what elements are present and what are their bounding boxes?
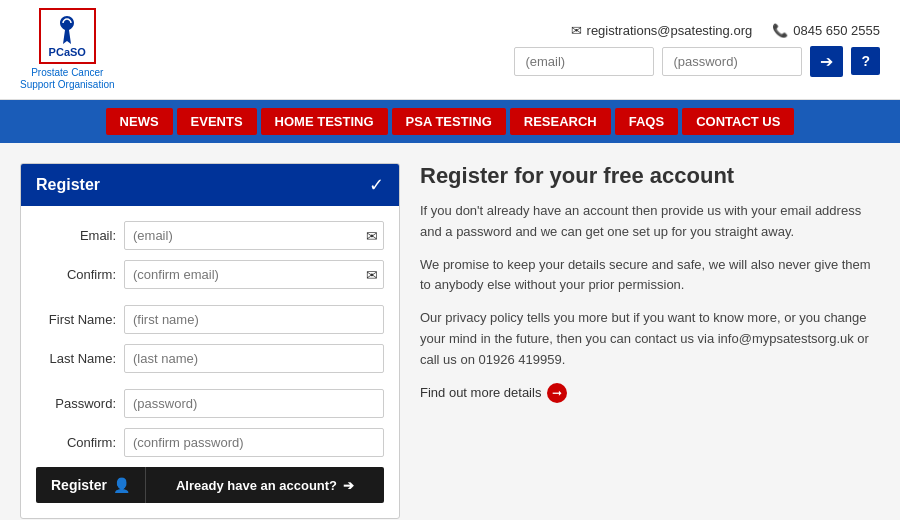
header-help-button[interactable]: ? (851, 47, 880, 75)
last-name-row: Last Name: (36, 344, 384, 373)
nav-faqs[interactable]: FAQS (615, 108, 678, 135)
site-header: PCaSO Prostate Cancer Support Organisati… (0, 0, 900, 100)
password-row: Password: (36, 389, 384, 418)
first-name-label: First Name: (36, 312, 116, 327)
first-name-row: First Name: (36, 305, 384, 334)
info-para3: Our privacy policy tells you more but if… (420, 308, 880, 370)
contact-info: ✉ registrations@psatesting.org 📞 0845 65… (571, 23, 880, 38)
email-input-wrap: ✉ (124, 221, 384, 250)
first-name-input-wrap (124, 305, 384, 334)
confirm-password-row: Confirm: (36, 428, 384, 457)
ribbon-icon (53, 14, 81, 46)
logo-box: PCaSO (39, 8, 96, 64)
email-label: Email: (36, 228, 116, 243)
info-para2: We promise to keep your details secure a… (420, 255, 880, 297)
last-name-input-wrap (124, 344, 384, 373)
email-field-icon: ✉ (366, 228, 378, 244)
header-login: ➔ ? (514, 46, 880, 77)
password-input-wrap (124, 389, 384, 418)
form-footer: Register 👤 Already have an account? ➔ (36, 467, 384, 503)
logo-org-name: Prostate Cancer Support Organisation (20, 67, 115, 91)
confirm-password-label: Confirm: (36, 435, 116, 450)
main-content: Register ✓ Email: ✉ Confirm: ✉ First (0, 143, 900, 520)
nav-psa-testing[interactable]: PSA TESTING (392, 108, 506, 135)
main-nav: NEWS EVENTS HOME TESTING PSA TESTING RES… (0, 100, 900, 143)
check-icon: ✓ (369, 174, 384, 196)
confirm-email-row: Confirm: ✉ (36, 260, 384, 289)
nav-events[interactable]: EVENTS (177, 108, 257, 135)
last-name-label: Last Name: (36, 351, 116, 366)
register-submit-button[interactable]: Register 👤 (36, 467, 145, 503)
logo-area: PCaSO Prostate Cancer Support Organisati… (20, 8, 115, 91)
arrow-right-icon: ➔ (343, 478, 354, 493)
register-title: Register (36, 176, 100, 194)
find-more-arrow-icon: ➞ (547, 383, 567, 403)
password-input[interactable] (124, 389, 384, 418)
nav-home-testing[interactable]: HOME TESTING (261, 108, 388, 135)
info-para1: If you don't already have an account the… (420, 201, 880, 243)
password-label: Password: (36, 396, 116, 411)
person-icon: 👤 (113, 477, 130, 493)
confirm-email-field-icon: ✉ (366, 267, 378, 283)
register-panel: Register ✓ Email: ✉ Confirm: ✉ First (20, 163, 400, 519)
confirm-password-input[interactable] (124, 428, 384, 457)
confirm-password-input-wrap (124, 428, 384, 457)
nav-research[interactable]: RESEARCH (510, 108, 611, 135)
email-icon: ✉ (571, 23, 582, 38)
info-title: Register for your free account (420, 163, 880, 189)
confirm-email-input[interactable] (124, 260, 384, 289)
phone-contact: 📞 0845 650 2555 (772, 23, 880, 38)
header-password-input[interactable] (662, 47, 802, 76)
first-name-input[interactable] (124, 305, 384, 334)
header-login-button[interactable]: ➔ (810, 46, 843, 77)
email-contact: ✉ registrations@psatesting.org (571, 23, 753, 38)
email-input[interactable] (124, 221, 384, 250)
confirm-email-input-wrap: ✉ (124, 260, 384, 289)
phone-icon: 📞 (772, 23, 788, 38)
email-row: Email: ✉ (36, 221, 384, 250)
last-name-input[interactable] (124, 344, 384, 373)
register-panel-header: Register ✓ (21, 164, 399, 206)
confirm-email-label: Confirm: (36, 267, 116, 282)
find-more-link[interactable]: Find out more details ➞ (420, 383, 880, 403)
header-right: ✉ registrations@psatesting.org 📞 0845 65… (514, 23, 880, 77)
info-panel: Register for your free account If you do… (420, 163, 880, 519)
register-form: Email: ✉ Confirm: ✉ First Name: (21, 206, 399, 518)
header-email-input[interactable] (514, 47, 654, 76)
logo-abbr: PCaSO (49, 46, 86, 58)
have-account-button[interactable]: Already have an account? ➔ (145, 467, 384, 503)
nav-contact-us[interactable]: CONTACT US (682, 108, 794, 135)
nav-news[interactable]: NEWS (106, 108, 173, 135)
